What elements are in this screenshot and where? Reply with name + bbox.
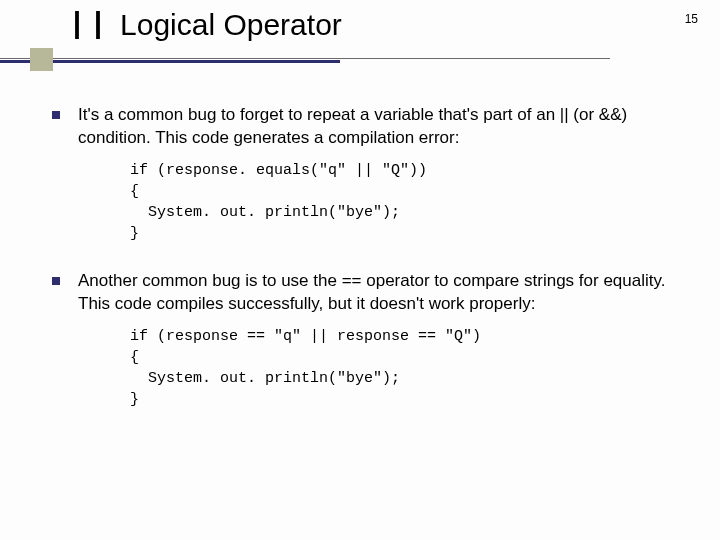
bullet-item: It's a common bug to forget to repeat a …	[52, 104, 680, 150]
bullet-text: It's a common bug to forget to repeat a …	[78, 104, 680, 150]
title-operator-symbol: ||	[68, 8, 110, 42]
bullet-item: Another common bug is to use the == oper…	[52, 270, 680, 316]
title-accent-box	[30, 48, 53, 71]
slide-content: It's a common bug to forget to repeat a …	[0, 76, 720, 410]
slide-header: || Logical Operator	[0, 0, 720, 76]
bullet-marker-icon	[52, 111, 60, 119]
bullet-marker-icon	[52, 277, 60, 285]
title-underline-thin	[0, 58, 610, 59]
title-text: Logical Operator	[120, 8, 342, 42]
code-block: if (response == "q" || response == "Q") …	[130, 326, 680, 410]
bullet-text: Another common bug is to use the == oper…	[78, 270, 680, 316]
slide-title: || Logical Operator	[0, 8, 720, 42]
code-block: if (response. equals("q" || "Q")) { Syst…	[130, 160, 680, 244]
